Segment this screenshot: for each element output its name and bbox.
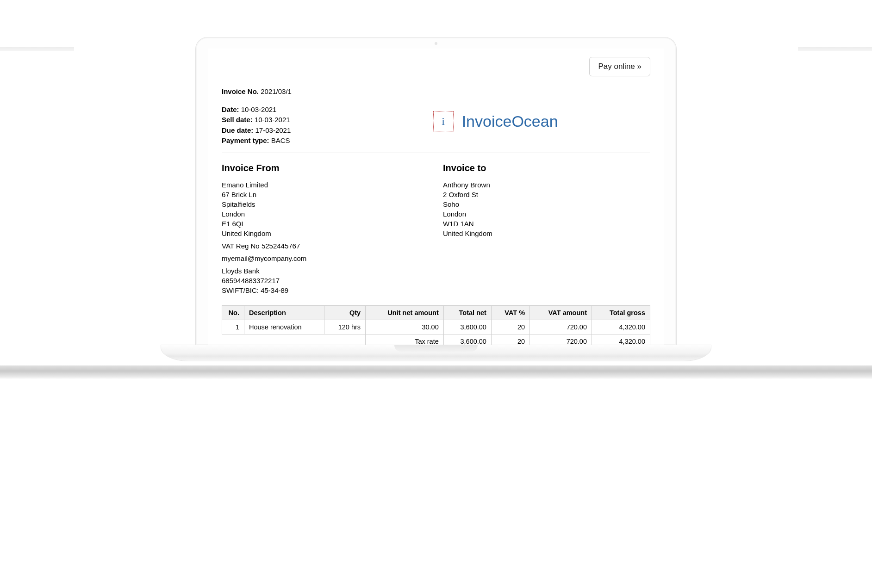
payment-type-label: Payment type: xyxy=(222,136,269,144)
invoice-to-heading: Invoice to xyxy=(443,161,650,174)
date-value: 10-03-2021 xyxy=(241,105,277,113)
cell-vat-amount: 720.00 xyxy=(530,320,592,334)
from-swift-value: 45-34-89 xyxy=(261,286,288,294)
laptop-lid: Pay online » Invoice No. 2021/03/1 Date:… xyxy=(195,37,677,345)
to-postcode: W1D 1AN xyxy=(443,219,650,229)
col-total-net: Total net xyxy=(443,305,491,320)
summary-total-net: 3,600.00 xyxy=(443,334,491,345)
invoice-no-value: 2021/03/1 xyxy=(261,87,292,95)
ground-shadow xyxy=(0,365,872,379)
invoice-meta: Invoice No. 2021/03/1 Date: 10-03-2021 S… xyxy=(222,87,419,146)
laptop-notch xyxy=(394,345,478,352)
invoice-from-heading: Invoice From xyxy=(222,161,429,174)
col-qty: Qty xyxy=(324,305,365,320)
brand-logo-icon: i xyxy=(433,111,454,131)
divider xyxy=(222,153,650,153)
to-name: Anthony Brown xyxy=(443,180,650,190)
cell-vat-pct: 20 xyxy=(491,320,529,334)
from-vat-value: 5252445767 xyxy=(262,242,300,250)
table-row: 1 House renovation 120 hrs 30.00 3,600.0… xyxy=(222,320,650,334)
date-label: Date: xyxy=(222,105,239,113)
invoice-from: Invoice From Emano Limited 67 Brick Ln S… xyxy=(222,161,429,298)
from-country: United Kingdom xyxy=(222,229,429,238)
cell-no: 1 xyxy=(222,320,244,334)
decorative-bar-right xyxy=(798,47,872,51)
to-city: London xyxy=(443,209,650,219)
from-vat-label: VAT Reg No xyxy=(222,242,260,250)
cell-qty: 120 hrs xyxy=(324,320,365,334)
from-postcode: E1 6QL xyxy=(222,219,429,229)
to-country: United Kingdom xyxy=(443,229,650,238)
cell-description: House renovation xyxy=(244,320,324,334)
laptop-base xyxy=(161,345,711,361)
cell-unit-net: 30.00 xyxy=(366,320,444,334)
col-no: No. xyxy=(222,305,244,320)
from-bank-account: 685944883372217 xyxy=(222,276,429,285)
summary-vat-amount: 720.00 xyxy=(530,334,592,345)
due-date-value: 17-03-2021 xyxy=(255,126,291,134)
col-unit-net: Unit net amount xyxy=(366,305,444,320)
from-city: London xyxy=(222,209,429,219)
from-addr1: 67 Brick Ln xyxy=(222,190,429,199)
pay-online-button[interactable]: Pay online » xyxy=(589,57,650,76)
to-addr1: 2 Oxford St xyxy=(443,190,650,199)
sell-date-label: Sell date: xyxy=(222,116,253,124)
sell-date-value: 10-03-2021 xyxy=(255,116,290,124)
from-swift-label: SWIFT/BIC: xyxy=(222,286,259,294)
summary-label: Tax rate xyxy=(366,334,444,345)
cell-total-net: 3,600.00 xyxy=(443,320,491,334)
table-header-row: No. Description Qty Unit net amount Tota… xyxy=(222,305,650,320)
col-vat-amount: VAT amount xyxy=(530,305,592,320)
table-summary-row: Tax rate 3,600.00 20 720.00 4,320.00 xyxy=(222,334,650,345)
col-total-gross: Total gross xyxy=(592,305,650,320)
brand-logo-letter: i xyxy=(442,115,445,128)
decorative-bar-left xyxy=(0,47,74,51)
summary-total-gross: 4,320.00 xyxy=(592,334,650,345)
line-items-table: No. Description Qty Unit net amount Tota… xyxy=(222,305,650,345)
from-email: myemail@mycompany.com xyxy=(222,254,429,263)
due-date-label: Due date: xyxy=(222,126,253,134)
from-bank-name: Lloyds Bank xyxy=(222,266,429,276)
invoice-document: Pay online » Invoice No. 2021/03/1 Date:… xyxy=(208,49,664,345)
from-name: Emano Limited xyxy=(222,180,429,190)
invoice-to: Invoice to Anthony Brown 2 Oxford St Soh… xyxy=(443,161,650,298)
to-addr2: Soho xyxy=(443,199,650,209)
brand-name: InvoiceOcean xyxy=(462,112,558,130)
col-description: Description xyxy=(244,305,324,320)
summary-vat-pct: 20 xyxy=(491,334,529,345)
invoice-no-label: Invoice No. xyxy=(222,87,259,95)
payment-type-value: BACS xyxy=(271,136,290,144)
laptop-screen: Pay online » Invoice No. 2021/03/1 Date:… xyxy=(208,49,664,345)
laptop-mockup: Pay online » Invoice No. 2021/03/1 Date:… xyxy=(195,37,677,361)
cell-total-gross: 4,320.00 xyxy=(592,320,650,334)
laptop-camera xyxy=(435,42,437,45)
brand-block: i InvoiceOcean xyxy=(433,87,650,146)
from-addr2: Spitalfields xyxy=(222,199,429,209)
col-vat-pct: VAT % xyxy=(491,305,529,320)
